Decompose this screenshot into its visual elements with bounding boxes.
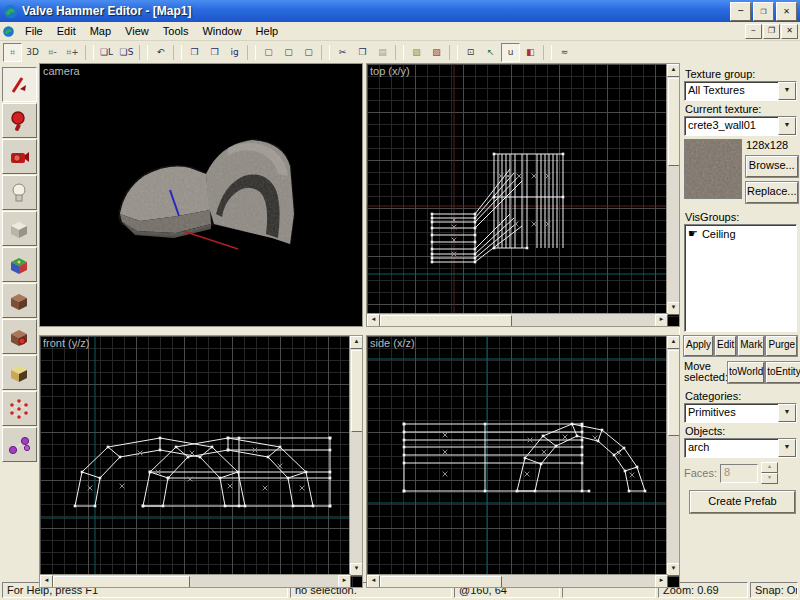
to-entity-button[interactable]: toEntity [766, 362, 800, 383]
mdi-restore-button[interactable]: ❐ [763, 24, 780, 39]
path-tool[interactable] [2, 427, 37, 462]
entity-tool-icon [7, 181, 31, 205]
menu-map[interactable]: Map [84, 23, 117, 39]
create-prefab-button[interactable]: Create Prefab [690, 491, 795, 513]
smoothing-groups-icon[interactable]: ≈ [555, 43, 574, 62]
texture-group-combo[interactable]: All Textures ▼ [684, 81, 797, 101]
top-horizontal-scrollbar[interactable]: ◄► [367, 313, 668, 326]
entity-tool[interactable] [2, 175, 37, 210]
visgroup-item-ceiling[interactable]: ☛ Ceiling [688, 227, 793, 240]
apply-button[interactable]: Apply [684, 336, 713, 356]
flip-faces-icon[interactable]: ◧ [521, 43, 540, 62]
scroll-up-icon[interactable]: ▲ [350, 336, 363, 349]
front-vertical-scrollbar[interactable]: ▲▼ [349, 336, 362, 576]
magnify-tool-icon [7, 109, 31, 133]
menu-edit[interactable]: Edit [51, 23, 82, 39]
texture-size-label: 128x128 [746, 139, 798, 151]
toggle-3d-grid-icon[interactable]: 3D [23, 43, 42, 62]
smaller-grid-icon[interactable]: ⌗- [43, 43, 62, 62]
apply-current-texture-tool[interactable] [2, 283, 37, 318]
texture-lock-icon[interactable]: ▨ [407, 43, 426, 62]
menu-view[interactable]: View [119, 23, 155, 39]
menu-help[interactable]: Help [250, 23, 285, 39]
spin-up-icon[interactable]: ▲ [761, 462, 778, 473]
mark-button[interactable]: Mark [738, 336, 764, 356]
menu-file[interactable]: File [19, 23, 49, 39]
toggle-grid-icon[interactable]: ⌗ [3, 43, 22, 62]
categories-combo[interactable]: Primitives ▼ [684, 403, 797, 423]
purge-button[interactable]: Purge [766, 336, 797, 356]
apply-decals-tool[interactable] [2, 319, 37, 354]
selection-bounds-icon[interactable]: ⊡ [461, 43, 480, 62]
selection-tool[interactable] [2, 67, 37, 102]
front-viewport-label: front (y/z) [43, 337, 89, 349]
faces-field[interactable]: 8 [720, 464, 758, 483]
save-window-state-icon[interactable]: ❏S [117, 43, 136, 62]
menu-tools[interactable]: Tools [157, 23, 195, 39]
texture-application-tool[interactable] [2, 247, 37, 282]
to-world-button[interactable]: toWorld [728, 362, 764, 383]
menu-window[interactable]: Window [196, 23, 247, 39]
cordon-icon[interactable]: ▧ [427, 43, 446, 62]
minimize-button[interactable]: − [730, 2, 751, 21]
scroll-right-icon[interactable]: ► [655, 314, 668, 327]
side-horizontal-scrollbar[interactable]: ◄► [367, 574, 668, 587]
paste-icon[interactable]: ▤ [373, 43, 392, 62]
magnify-tool[interactable] [2, 103, 37, 138]
clipping-tool[interactable] [2, 355, 37, 390]
top-viewport[interactable]: top (x/y) [366, 63, 680, 327]
group-selected-icon[interactable]: ❒ [205, 43, 224, 62]
mdi-minimize-button[interactable]: − [745, 24, 762, 39]
texture-application-lock-icon[interactable]: u [501, 43, 520, 62]
visgroups-list[interactable]: ☛ Ceiling [684, 224, 797, 332]
larger-grid-icon[interactable]: ⌗+ [63, 43, 82, 62]
scroll-up-icon[interactable]: ▲ [667, 64, 680, 77]
scroll-left-icon[interactable]: ◄ [40, 575, 53, 588]
current-texture-combo[interactable]: crete3_wall01 ▼ [684, 116, 797, 136]
scroll-left-icon[interactable]: ◄ [367, 575, 380, 588]
dropdown-arrow-icon[interactable]: ▼ [778, 439, 796, 457]
front-horizontal-scrollbar[interactable]: ◄► [40, 574, 351, 587]
make-hollow-icon[interactable]: ▢ [279, 43, 298, 62]
camera-tool[interactable] [2, 139, 37, 174]
block-tool[interactable] [2, 211, 37, 246]
side-vertical-scrollbar[interactable]: ▲▼ [666, 336, 679, 576]
close-button[interactable]: ✕ [776, 2, 797, 21]
browse-button[interactable]: Browse... [746, 156, 798, 177]
undo-icon[interactable]: ↶ [151, 43, 170, 62]
restore-button[interactable]: ❐ [753, 2, 774, 21]
mdi-close-button[interactable]: ✕ [781, 24, 798, 39]
front-wireframe [40, 336, 349, 575]
scroll-right-icon[interactable]: ► [338, 575, 351, 588]
spin-down-icon[interactable]: ▼ [761, 473, 778, 484]
objects-combo[interactable]: arch ▼ [684, 438, 797, 458]
dropdown-arrow-icon[interactable]: ▼ [778, 404, 796, 422]
dropdown-arrow-icon[interactable]: ▼ [778, 117, 796, 135]
ignore-groups-icon[interactable]: ig [225, 43, 244, 62]
edit-button[interactable]: Edit [715, 336, 736, 356]
toggle-group-ignore-icon[interactable]: ❐ [185, 43, 204, 62]
copy-icon[interactable]: ❐ [353, 43, 372, 62]
scroll-right-icon[interactable]: ► [655, 575, 668, 588]
app-icon [3, 4, 18, 19]
load-window-state-icon[interactable]: ❏L [97, 43, 116, 62]
scroll-down-icon[interactable]: ▼ [667, 302, 680, 315]
front-viewport[interactable]: front (y/z) [39, 335, 363, 588]
scroll-down-icon[interactable]: ▼ [667, 563, 680, 576]
scroll-up-icon[interactable]: ▲ [667, 336, 680, 349]
objects-label: Objects: [685, 425, 797, 437]
dropdown-arrow-icon[interactable]: ▼ [778, 82, 796, 100]
scroll-left-icon[interactable]: ◄ [367, 314, 380, 327]
camera-viewport[interactable]: camera [39, 63, 363, 327]
toolbar-separator [247, 45, 256, 60]
replace-button[interactable]: Replace... [746, 182, 798, 203]
pointer-select-icon[interactable]: ↖ [481, 43, 500, 62]
top-vertical-scrollbar[interactable]: ▲▼ [666, 64, 679, 315]
cut-icon[interactable]: ✂ [333, 43, 352, 62]
carve-icon[interactable]: ▢ [259, 43, 278, 62]
current-texture-value: crete3_wall01 [685, 117, 778, 135]
scroll-down-icon[interactable]: ▼ [350, 563, 363, 576]
vertex-manipulation-tool[interactable] [2, 391, 37, 426]
side-viewport[interactable]: side (x/z) [366, 335, 680, 588]
group-objects-icon[interactable]: ▢ [299, 43, 318, 62]
